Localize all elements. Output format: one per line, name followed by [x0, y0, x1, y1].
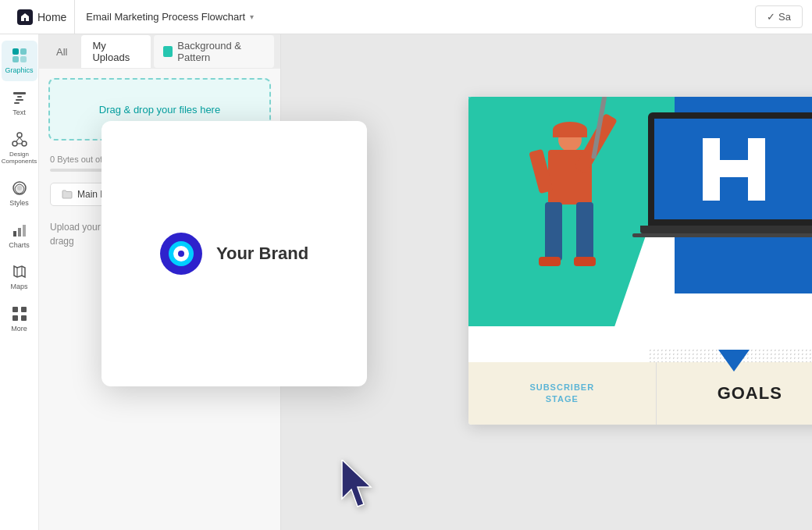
- sidebar-item-more-label: More: [11, 325, 27, 333]
- nav-title[interactable]: Email Marketing Process Flowchart ▾: [75, 11, 265, 23]
- svg-line-12: [16, 137, 20, 141]
- svg-rect-23: [21, 307, 27, 312]
- brand-logo-ring: [169, 241, 194, 266]
- svg-rect-24: [12, 315, 18, 321]
- blue-arrow-down: [718, 350, 750, 372]
- brand-popup-label: Your Brand: [216, 244, 308, 264]
- top-nav: Home Email Marketing Process Flowchart ▾…: [0, 0, 812, 34]
- brand-popup: Your Brand: [102, 121, 367, 386]
- more-icon: [11, 305, 28, 322]
- svg-point-16: [17, 186, 22, 190]
- sidebar-item-styles[interactable]: Styles: [2, 173, 37, 214]
- sidebar-item-charts[interactable]: Charts: [2, 215, 37, 256]
- styles-icon: [11, 180, 28, 197]
- svg-rect-3: [12, 56, 19, 62]
- nav-home-label: Home: [37, 11, 66, 23]
- nav-title-chevron: ▾: [250, 12, 254, 21]
- sidebar-item-maps[interactable]: Maps: [2, 257, 37, 297]
- panel-tabs: All My Uploads Background & Pattern: [39, 34, 280, 69]
- sidebar-item-design-components-label: Design Components: [2, 151, 37, 165]
- tab-all[interactable]: All: [45, 41, 78, 62]
- sidebar-item-text-label: Text: [12, 108, 26, 117]
- upload-drop-text: Drag & drop your files here: [99, 104, 220, 116]
- design-components-icon: [11, 131, 28, 148]
- nav-title-text: Email Marketing Process Flowchart: [86, 11, 245, 23]
- slide-preview: SUBSCRIBER STAGE GOALS: [468, 97, 812, 425]
- svg-rect-6: [17, 96, 22, 98]
- folder-icon: [62, 189, 73, 200]
- brand-logo-icon: [160, 233, 202, 275]
- svg-rect-8: [14, 102, 20, 104]
- brand-popup-inner: Your Brand: [160, 233, 308, 275]
- sidebar-item-more[interactable]: More: [2, 299, 37, 340]
- sidebar-item-graphics[interactable]: Graphics: [2, 41, 37, 81]
- tab-bg-pattern[interactable]: Background & Pattern: [154, 35, 274, 68]
- sidebar-item-text[interactable]: Text: [2, 83, 37, 123]
- svg-rect-19: [23, 225, 26, 237]
- svg-rect-1: [12, 48, 19, 55]
- graphics-icon: [11, 47, 28, 64]
- left-sidebar: Graphics Text Design Components: [0, 34, 39, 530]
- svg-rect-22: [12, 307, 18, 312]
- svg-rect-7: [16, 99, 23, 101]
- nav-save-button[interactable]: ✓ Sa: [755, 5, 803, 28]
- svg-rect-2: [20, 48, 27, 55]
- svg-rect-4: [20, 56, 27, 62]
- laptop-display: [648, 112, 812, 237]
- sidebar-item-maps-label: Maps: [10, 283, 27, 291]
- svg-point-9: [17, 133, 22, 137]
- charts-icon: [11, 222, 28, 239]
- sidebar-item-charts-label: Charts: [9, 241, 30, 250]
- nav-home[interactable]: Home: [9, 0, 75, 34]
- slide-bottom-subscriber: SUBSCRIBER STAGE: [468, 362, 657, 425]
- slide-bottom: SUBSCRIBER STAGE GOALS: [468, 362, 812, 425]
- svg-marker-26: [342, 460, 371, 507]
- sidebar-item-graphics-label: Graphics: [5, 66, 33, 75]
- slide-bottom-goals: GOALS: [657, 362, 813, 425]
- svg-rect-5: [13, 92, 26, 94]
- svg-marker-0: [21, 13, 29, 21]
- svg-point-10: [12, 141, 17, 146]
- sidebar-item-design-components[interactable]: Design Components: [2, 125, 37, 172]
- svg-rect-18: [18, 228, 21, 237]
- tab-my-uploads[interactable]: My Uploads: [81, 35, 151, 68]
- brand-logo-dot: [178, 251, 184, 257]
- svg-point-11: [22, 141, 27, 146]
- svg-line-13: [20, 137, 23, 141]
- sidebar-item-styles-label: Styles: [9, 199, 29, 208]
- person-character: [531, 128, 609, 300]
- svg-rect-17: [13, 231, 16, 237]
- maps-icon: [11, 263, 28, 280]
- bg-color-swatch: [163, 46, 173, 57]
- svg-rect-25: [21, 315, 27, 321]
- text-icon: [11, 89, 28, 106]
- home-logo-icon: [17, 9, 33, 25]
